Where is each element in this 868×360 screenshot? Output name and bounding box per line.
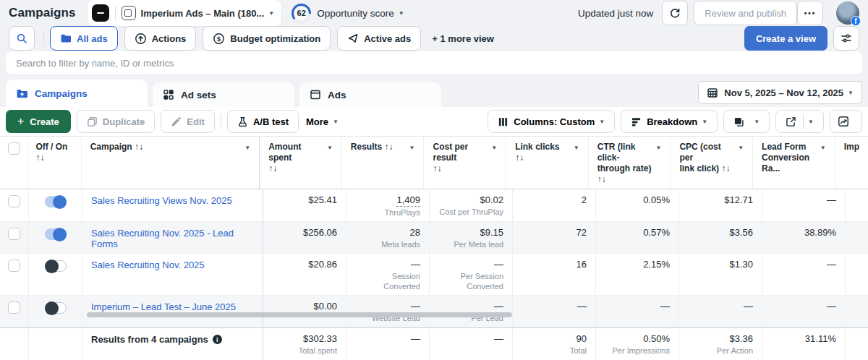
cell-cpc: $3.36Per Action bbox=[679, 328, 762, 360]
search-input[interactable] bbox=[6, 51, 862, 74]
row-checkbox[interactable] bbox=[8, 228, 20, 240]
cell-cpr: —Per Lead bbox=[430, 296, 513, 327]
column-header-cost-per-result[interactable]: Cost per result↑↓▼ bbox=[424, 137, 506, 189]
view-tab-budget-optimization[interactable]: $ Budget optimization bbox=[203, 26, 331, 51]
summary-label: Results from 4 campaigns bbox=[91, 334, 208, 345]
metric-sublabel: Total spent bbox=[299, 346, 337, 356]
create-view-button[interactable]: Create a view bbox=[744, 26, 827, 51]
column-header-cpc[interactable]: CPC (cost perlink click) ↑↓▼ bbox=[671, 137, 753, 189]
view-tab-all-ads[interactable]: All ads bbox=[50, 26, 118, 51]
account-selector[interactable]: Imperium Ads – Main (180... ▼ bbox=[88, 0, 282, 26]
ads-frame-icon bbox=[310, 89, 321, 100]
cell-cpc: $3.56 bbox=[679, 222, 762, 253]
campaign-name-link[interactable]: Sales Recruiting Nov. 2025 - Lead Forms bbox=[91, 228, 254, 249]
cell-impressions bbox=[846, 296, 868, 327]
export-button[interactable]: ▼ bbox=[775, 110, 824, 133]
row-checkbox[interactable] bbox=[8, 301, 20, 314]
campaign-name-cell: Sales Recruiting Nov. 2025 bbox=[82, 254, 263, 295]
folder-icon bbox=[60, 33, 72, 44]
column-header-campaign[interactable]: Campaign ↑↓▼ bbox=[82, 137, 260, 189]
avatar[interactable]: f bbox=[836, 1, 859, 25]
opportunity-score[interactable]: 62 Opportunity score ▼ bbox=[292, 4, 404, 23]
columns-button[interactable]: Columns: Custom ▼ bbox=[488, 110, 615, 133]
campaigns-table: Off / On↑↓Campaign ↑↓▼Amount spent↑↓▼Res… bbox=[0, 136, 868, 360]
toggle-knob bbox=[45, 260, 59, 273]
column-header-impressions[interactable]: Imp bbox=[835, 137, 868, 189]
campaign-toggle[interactable] bbox=[45, 260, 67, 272]
tab-campaigns[interactable]: Campaigns bbox=[6, 80, 148, 107]
reports-button[interactable]: ▼ bbox=[723, 110, 770, 133]
more-menu-button[interactable]: ••• bbox=[797, 1, 823, 25]
tab-ad-sets[interactable]: Ad sets bbox=[153, 82, 294, 107]
campaign-toggle[interactable] bbox=[45, 302, 67, 314]
chevron-down-icon: ▼ bbox=[820, 145, 826, 151]
cell-cpr: —Per Session Converted bbox=[430, 254, 513, 295]
metric-value: 0.50% bbox=[643, 333, 670, 345]
column-header-off-on[interactable]: Off / On↑↓ bbox=[28, 137, 81, 189]
updated-status: Updated just now bbox=[578, 8, 653, 19]
cell-clicks: 2 bbox=[513, 189, 596, 221]
refresh-icon bbox=[669, 7, 681, 19]
column-header-link-clicks[interactable]: Link clicks ↑↓▼ bbox=[506, 137, 589, 189]
cell-leadform: — bbox=[762, 296, 846, 327]
select-all-checkbox[interactable] bbox=[8, 142, 20, 155]
view-settings-button[interactable] bbox=[833, 26, 859, 51]
chevron-down-icon: ▼ bbox=[574, 145, 579, 151]
ab-test-button[interactable]: A/B test bbox=[227, 110, 299, 133]
breakdown-button[interactable]: Breakdown ▼ bbox=[621, 110, 718, 133]
row-toggle-cell bbox=[29, 254, 82, 295]
metric-sublabel: Per Action bbox=[717, 346, 753, 356]
row-checkbox[interactable] bbox=[8, 260, 20, 272]
row-toggle-cell bbox=[29, 189, 82, 221]
cell-clicks: 90Total bbox=[513, 328, 596, 360]
more-view-link[interactable]: + 1 more view bbox=[432, 33, 494, 44]
charts-button[interactable] bbox=[830, 110, 862, 133]
column-header-ctr[interactable]: CTR (link click-through rate) ↑↓▼ bbox=[589, 137, 671, 189]
refresh-button[interactable] bbox=[662, 1, 688, 25]
campaign-toggle[interactable] bbox=[45, 196, 67, 207]
campaign-name-link[interactable]: Imperium – Lead Test – June 2025 bbox=[91, 301, 254, 312]
info-icon[interactable]: i bbox=[213, 335, 222, 344]
campaign-name-cell: Sales Recruiting Nov. 2025 - Lead Forms bbox=[82, 222, 263, 253]
cell-leadform: 38.89% bbox=[762, 222, 846, 253]
campaign-toggle[interactable] bbox=[45, 228, 67, 240]
cell-spent: $20.86 bbox=[263, 254, 346, 295]
chevron-down-icon: ▼ bbox=[738, 145, 744, 151]
column-header-label: CPC (cost per bbox=[679, 142, 733, 163]
review-publish-button[interactable]: Review and publish bbox=[694, 1, 797, 25]
date-range-picker[interactable]: Nov 5, 2025 – Nov 12, 2025 ▼ bbox=[698, 81, 862, 104]
column-header-label: ↑↓ bbox=[268, 163, 323, 174]
create-button[interactable]: + Create bbox=[6, 110, 71, 133]
table-row: Sales Recruiting Nov. 2025 - Lead Forms$… bbox=[0, 222, 868, 254]
column-header-label: CTR (link click- bbox=[597, 142, 652, 163]
more-button[interactable]: More ▼ bbox=[299, 110, 346, 133]
view-tab-active-ads[interactable]: Active ads bbox=[337, 26, 421, 51]
metric-sublabel: Per Session Converted bbox=[438, 271, 503, 291]
row-toggle-cell bbox=[29, 222, 82, 253]
view-tab-actions[interactable]: Actions bbox=[124, 26, 197, 51]
search-views-button[interactable] bbox=[9, 26, 35, 51]
campaign-name-cell: Imperium – Lead Test – June 2025 bbox=[82, 296, 263, 327]
edit-button[interactable]: Edit bbox=[161, 110, 215, 133]
account-name: Imperium Ads – Main (180... bbox=[141, 8, 265, 19]
chevron-down-icon: ▼ bbox=[244, 145, 250, 151]
campaign-name-link[interactable]: Sales Recruiting Views Nov. 2025 bbox=[91, 195, 254, 206]
row-checkbox[interactable] bbox=[8, 195, 20, 207]
horizontal-scrollbar[interactable] bbox=[87, 312, 512, 317]
table-row: Sales Recruiting Views Nov. 2025$25.411,… bbox=[0, 189, 868, 222]
column-header-amount-spent[interactable]: Amount spent↑↓▼ bbox=[260, 137, 342, 189]
circle-arrow-up-icon bbox=[135, 33, 147, 45]
ad-account-icon bbox=[122, 6, 136, 20]
select-all-cell bbox=[0, 137, 28, 189]
svg-text:$: $ bbox=[217, 35, 221, 42]
metric-value: $0.02 bbox=[480, 194, 503, 206]
chevron-down-icon: ▼ bbox=[655, 145, 661, 151]
chevron-down-icon: ▼ bbox=[808, 119, 814, 125]
column-header-label: Link clicks ↑↓ bbox=[515, 142, 569, 163]
campaign-name-link[interactable]: Sales Recruiting Nov. 2025 bbox=[91, 260, 254, 270]
cell-cpr: $0.02Cost per ThruPlay bbox=[430, 189, 513, 221]
column-header-results[interactable]: Results ↑↓▼ bbox=[342, 137, 425, 189]
column-header-lead-form-conversion-rate[interactable]: Lead FormConversion Ra...▼ bbox=[753, 137, 835, 189]
duplicate-button[interactable]: Duplicate bbox=[77, 110, 156, 133]
tab-ads[interactable]: Ads bbox=[299, 82, 441, 107]
